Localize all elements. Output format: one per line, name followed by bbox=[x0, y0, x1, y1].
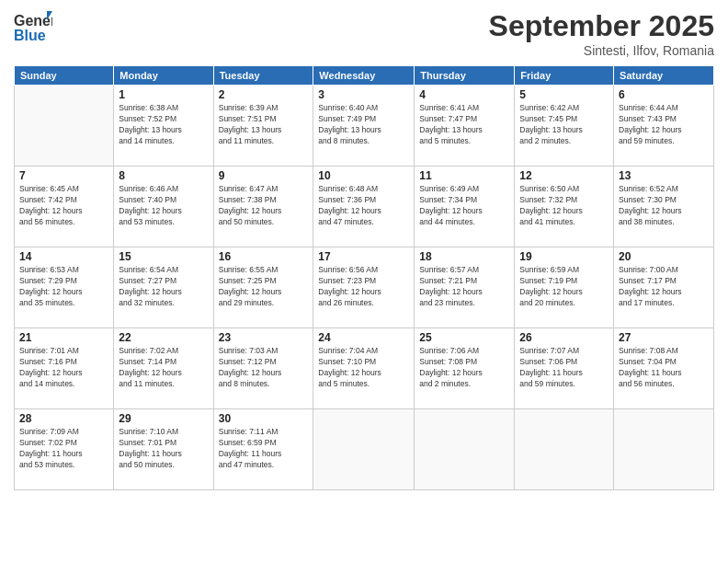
day-info: Sunrise: 6:55 AM Sunset: 7:25 PM Dayligh… bbox=[219, 265, 309, 309]
day-number: 18 bbox=[419, 250, 509, 263]
calendar-cell bbox=[415, 409, 515, 490]
day-of-week-tuesday: Tuesday bbox=[213, 66, 313, 86]
day-number: 17 bbox=[318, 250, 409, 263]
day-of-week-sunday: Sunday bbox=[15, 66, 114, 86]
calendar-cell: 22Sunrise: 7:02 AM Sunset: 7:14 PM Dayli… bbox=[114, 328, 213, 409]
calendar-cell: 25Sunrise: 7:06 AM Sunset: 7:08 PM Dayli… bbox=[415, 328, 515, 409]
day-info: Sunrise: 6:59 AM Sunset: 7:19 PM Dayligh… bbox=[519, 265, 609, 309]
day-info: Sunrise: 6:41 AM Sunset: 7:47 PM Dayligh… bbox=[419, 103, 509, 147]
calendar-table: SundayMondayTuesdayWednesdayThursdayFrid… bbox=[14, 65, 714, 490]
day-number: 22 bbox=[119, 331, 208, 344]
day-number: 26 bbox=[519, 331, 609, 344]
header: General Blue September 2025 Sintesti, Il… bbox=[14, 9, 714, 58]
calendar-cell bbox=[313, 409, 415, 490]
day-number: 4 bbox=[419, 88, 509, 101]
svg-text:Blue: Blue bbox=[14, 28, 46, 43]
day-number: 10 bbox=[318, 169, 409, 182]
day-of-week-wednesday: Wednesday bbox=[313, 66, 415, 86]
calendar-cell: 13Sunrise: 6:52 AM Sunset: 7:30 PM Dayli… bbox=[614, 167, 714, 247]
calendar-cell: 24Sunrise: 7:04 AM Sunset: 7:10 PM Dayli… bbox=[313, 328, 415, 409]
day-number: 24 bbox=[318, 331, 409, 344]
calendar-cell bbox=[15, 86, 114, 167]
day-number: 2 bbox=[219, 88, 309, 101]
day-info: Sunrise: 6:47 AM Sunset: 7:38 PM Dayligh… bbox=[219, 184, 309, 228]
day-info: Sunrise: 6:57 AM Sunset: 7:21 PM Dayligh… bbox=[419, 265, 509, 309]
calendar-cell: 19Sunrise: 6:59 AM Sunset: 7:19 PM Dayli… bbox=[515, 247, 614, 328]
day-number: 9 bbox=[219, 169, 309, 182]
day-info: Sunrise: 6:50 AM Sunset: 7:32 PM Dayligh… bbox=[519, 184, 609, 228]
day-info: Sunrise: 7:08 AM Sunset: 7:04 PM Dayligh… bbox=[619, 346, 709, 390]
calendar-cell bbox=[614, 409, 714, 490]
day-info: Sunrise: 6:54 AM Sunset: 7:27 PM Dayligh… bbox=[119, 265, 208, 309]
calendar-week-row: 28Sunrise: 7:09 AM Sunset: 7:02 PM Dayli… bbox=[15, 409, 714, 490]
location-subtitle: Sintesti, Ilfov, Romania bbox=[489, 43, 714, 58]
page: General Blue September 2025 Sintesti, Il… bbox=[0, 0, 728, 563]
day-number: 5 bbox=[519, 88, 609, 101]
calendar-week-row: 21Sunrise: 7:01 AM Sunset: 7:16 PM Dayli… bbox=[15, 328, 714, 409]
day-info: Sunrise: 6:45 AM Sunset: 7:42 PM Dayligh… bbox=[19, 184, 108, 228]
calendar-cell: 14Sunrise: 6:53 AM Sunset: 7:29 PM Dayli… bbox=[15, 247, 114, 328]
day-number: 29 bbox=[119, 412, 208, 425]
calendar-week-row: 14Sunrise: 6:53 AM Sunset: 7:29 PM Dayli… bbox=[15, 247, 714, 328]
day-info: Sunrise: 6:38 AM Sunset: 7:52 PM Dayligh… bbox=[119, 103, 208, 147]
day-info: Sunrise: 6:46 AM Sunset: 7:40 PM Dayligh… bbox=[119, 184, 208, 228]
day-info: Sunrise: 6:40 AM Sunset: 7:49 PM Dayligh… bbox=[318, 103, 409, 147]
day-info: Sunrise: 6:49 AM Sunset: 7:34 PM Dayligh… bbox=[419, 184, 509, 228]
day-number: 19 bbox=[519, 250, 609, 263]
calendar-cell: 1Sunrise: 6:38 AM Sunset: 7:52 PM Daylig… bbox=[114, 86, 213, 167]
logo: General Blue bbox=[14, 9, 52, 44]
day-info: Sunrise: 7:07 AM Sunset: 7:06 PM Dayligh… bbox=[519, 346, 609, 390]
logo-icon: General Blue bbox=[14, 9, 52, 44]
day-number: 28 bbox=[19, 412, 108, 425]
day-info: Sunrise: 6:42 AM Sunset: 7:45 PM Dayligh… bbox=[519, 103, 609, 147]
day-of-week-friday: Friday bbox=[515, 66, 614, 86]
calendar-cell: 16Sunrise: 6:55 AM Sunset: 7:25 PM Dayli… bbox=[213, 247, 313, 328]
day-number: 15 bbox=[119, 250, 208, 263]
day-number: 6 bbox=[619, 88, 709, 101]
calendar-cell: 2Sunrise: 6:39 AM Sunset: 7:51 PM Daylig… bbox=[213, 86, 313, 167]
calendar-cell: 7Sunrise: 6:45 AM Sunset: 7:42 PM Daylig… bbox=[15, 167, 114, 247]
calendar-cell: 23Sunrise: 7:03 AM Sunset: 7:12 PM Dayli… bbox=[213, 328, 313, 409]
title-block: September 2025 Sintesti, Ilfov, Romania bbox=[489, 9, 714, 58]
calendar-cell: 28Sunrise: 7:09 AM Sunset: 7:02 PM Dayli… bbox=[15, 409, 114, 490]
day-number: 7 bbox=[19, 169, 108, 182]
day-number: 21 bbox=[19, 331, 108, 344]
day-number: 30 bbox=[219, 412, 309, 425]
day-info: Sunrise: 6:52 AM Sunset: 7:30 PM Dayligh… bbox=[619, 184, 709, 228]
day-of-week-thursday: Thursday bbox=[415, 66, 515, 86]
calendar-cell: 29Sunrise: 7:10 AM Sunset: 7:01 PM Dayli… bbox=[114, 409, 213, 490]
calendar-cell: 18Sunrise: 6:57 AM Sunset: 7:21 PM Dayli… bbox=[415, 247, 515, 328]
calendar-cell: 17Sunrise: 6:56 AM Sunset: 7:23 PM Dayli… bbox=[313, 247, 415, 328]
calendar-cell: 6Sunrise: 6:44 AM Sunset: 7:43 PM Daylig… bbox=[614, 86, 714, 167]
day-of-week-monday: Monday bbox=[114, 66, 213, 86]
day-number: 11 bbox=[419, 169, 509, 182]
calendar-cell: 5Sunrise: 6:42 AM Sunset: 7:45 PM Daylig… bbox=[515, 86, 614, 167]
calendar-week-row: 7Sunrise: 6:45 AM Sunset: 7:42 PM Daylig… bbox=[15, 167, 714, 247]
day-number: 20 bbox=[619, 250, 709, 263]
calendar-cell: 8Sunrise: 6:46 AM Sunset: 7:40 PM Daylig… bbox=[114, 167, 213, 247]
svg-text:General: General bbox=[14, 13, 52, 29]
day-info: Sunrise: 7:10 AM Sunset: 7:01 PM Dayligh… bbox=[119, 427, 208, 471]
day-number: 27 bbox=[619, 331, 709, 344]
day-info: Sunrise: 7:11 AM Sunset: 6:59 PM Dayligh… bbox=[219, 427, 309, 471]
day-number: 8 bbox=[119, 169, 208, 182]
month-title: September 2025 bbox=[489, 9, 714, 43]
calendar-cell: 21Sunrise: 7:01 AM Sunset: 7:16 PM Dayli… bbox=[15, 328, 114, 409]
day-info: Sunrise: 7:09 AM Sunset: 7:02 PM Dayligh… bbox=[19, 427, 108, 471]
day-number: 1 bbox=[119, 88, 208, 101]
day-number: 12 bbox=[519, 169, 609, 182]
day-info: Sunrise: 7:00 AM Sunset: 7:17 PM Dayligh… bbox=[619, 265, 709, 309]
day-info: Sunrise: 7:01 AM Sunset: 7:16 PM Dayligh… bbox=[19, 346, 108, 390]
day-number: 25 bbox=[419, 331, 509, 344]
day-info: Sunrise: 6:44 AM Sunset: 7:43 PM Dayligh… bbox=[619, 103, 709, 147]
day-info: Sunrise: 7:02 AM Sunset: 7:14 PM Dayligh… bbox=[119, 346, 208, 390]
day-number: 13 bbox=[619, 169, 709, 182]
day-number: 23 bbox=[219, 331, 309, 344]
calendar-cell: 27Sunrise: 7:08 AM Sunset: 7:04 PM Dayli… bbox=[614, 328, 714, 409]
calendar-week-row: 1Sunrise: 6:38 AM Sunset: 7:52 PM Daylig… bbox=[15, 86, 714, 167]
day-number: 3 bbox=[318, 88, 409, 101]
calendar-cell: 9Sunrise: 6:47 AM Sunset: 7:38 PM Daylig… bbox=[213, 167, 313, 247]
calendar-cell: 11Sunrise: 6:49 AM Sunset: 7:34 PM Dayli… bbox=[415, 167, 515, 247]
day-info: Sunrise: 6:56 AM Sunset: 7:23 PM Dayligh… bbox=[318, 265, 409, 309]
calendar-cell: 20Sunrise: 7:00 AM Sunset: 7:17 PM Dayli… bbox=[614, 247, 714, 328]
